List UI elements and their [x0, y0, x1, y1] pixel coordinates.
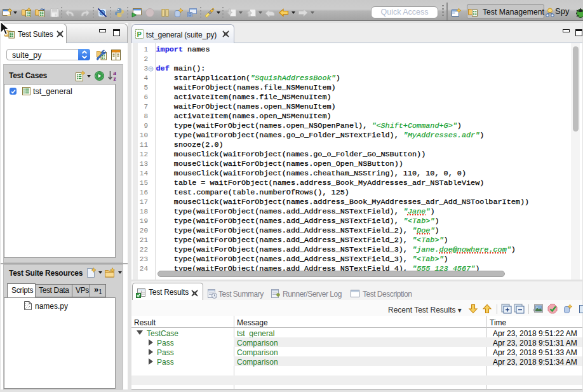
svg-text:z: z	[114, 75, 117, 82]
svg-text:P: P	[137, 30, 142, 38]
svg-text:I: I	[533, 308, 534, 312]
